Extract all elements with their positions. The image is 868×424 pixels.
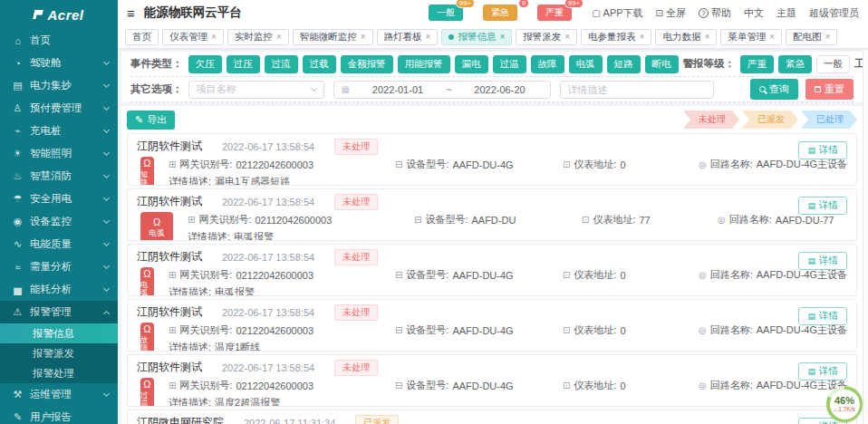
sidebar-item-power-quality[interactable]: ∿电能质量 [0,233,118,255]
close-tab-icon[interactable]: × [276,33,282,42]
gateway-icon: ⊞ [169,325,176,335]
status-badge: 未处理 [334,194,378,210]
close-tab-icon[interactable]: × [499,33,505,42]
sidebar-item-alarm-info[interactable]: 报警信息 [0,323,118,343]
sidebar-item-ops-management[interactable]: ⚒运维管理 [0,383,118,406]
collapse-menu-icon[interactable]: ≡ [127,6,135,20]
sidebar-item-label: 报警管理 [30,305,72,319]
sidebar-item-cockpit[interactable]: ◔驾驶舱 [0,52,118,74]
filter-panel: 事件类型： 欠压 过压 过流 过载 金额报警 用能报警 漏电 过温 故障 电弧 … [121,52,863,102]
event-type-short-circuit[interactable]: 短路 [607,55,641,73]
reset-button-label: 重置 [825,82,844,96]
event-type-undervoltage[interactable]: 欠压 [188,55,222,73]
sidebar-item-alarm-management[interactable]: ⚠报警管理 [0,301,118,323]
tab-distribution-diagram[interactable]: 配电图× [786,29,837,45]
close-tab-icon[interactable]: × [825,33,831,42]
event-type-overtemp[interactable]: 过温 [493,55,526,73]
close-tab-icon[interactable]: × [769,33,775,42]
reset-button[interactable]: 重置 [805,79,854,100]
project-name-select[interactable]: 项目名称 [188,81,324,99]
level-severe[interactable]: 严重 [740,55,774,73]
network-speed-widget[interactable]: 46% ↓ 1.7K/s [826,386,863,422]
sidebar-item-fire-safety[interactable]: ♨智慧消防 [0,165,118,188]
chevron-down-icon [103,285,110,292]
legend-pending[interactable]: 未处理 [683,111,739,129]
event-type-overvoltage[interactable]: 过压 [227,55,260,73]
sidebar-item-alarm-handle[interactable]: 报警处理 [0,363,118,383]
app-download-link[interactable]: ▢APP下载 [592,6,642,20]
tab-power-report[interactable]: 电参量报表× [581,29,651,45]
scrollbar[interactable] [863,50,868,424]
detail-button[interactable]: ▤详情 [798,252,847,270]
tab-home[interactable]: 首页 [125,29,159,45]
close-tab-icon[interactable]: × [426,33,431,42]
sidebar-item-energy-analysis[interactable]: ▅能耗分析 [0,278,118,301]
sidebar-item-demand-analysis[interactable]: ≈需量分析 [0,255,118,278]
close-tab-icon[interactable]: × [704,33,709,42]
close-tab-icon[interactable]: × [640,33,645,42]
event-type-energy-alarm[interactable]: 用能报警 [398,55,450,73]
event-type-arc[interactable]: 电弧 [569,55,603,73]
close-tab-icon[interactable]: × [361,33,366,42]
close-tab-icon[interactable]: × [564,33,570,42]
date-range-picker[interactable]: ▦ 2022-01-01 ~ 2022-06-20 [333,81,551,99]
help-link[interactable]: ?帮助 [699,6,731,20]
event-type-leakage[interactable]: 漏电 [455,55,488,73]
sidebar-item-label: 能耗分析 [30,283,72,296]
detail-button-label: 详情 [819,365,838,378]
tab-streetlamp-board[interactable]: 路灯看板× [377,29,439,45]
device-model-icon: ⊟ [414,215,421,225]
chevron-down-icon [103,390,110,397]
meter-address-icon: ⊡ [563,270,570,280]
tab-smart-breaker-monitor[interactable]: 智能微断监控× [293,29,373,45]
legend-dispatched[interactable]: 已派发 [742,111,798,129]
sidebar-item-prepaid[interactable]: ♙预付费管理 [0,97,118,120]
alarm-card-list: 江阴软件测试 2022-06-17 13:58:54 未处理 ▤详情 Ω短路 ⊞… [127,133,857,424]
tab-meter-management[interactable]: 仪表管理× [162,29,224,45]
sidebar-item-charging-pile[interactable]: ⌁充电桩 [0,120,118,142]
event-type-overcurrent[interactable]: 过流 [265,55,298,73]
close-tab-icon[interactable]: × [211,33,217,42]
tab-power-data[interactable]: 电力数据× [655,29,717,45]
tab-menu-management[interactable]: 菜单管理× [720,29,782,45]
level-urgent[interactable]: 紧急 [778,55,812,73]
device-model-label: 设备型号: [406,379,448,392]
tab-realtime-monitor[interactable]: 实时监控× [227,29,289,45]
event-type-overload[interactable]: 过载 [303,55,336,73]
meter-address-label: 仪表地址: [593,213,635,226]
date-start-value[interactable]: 2022-01-01 [355,84,440,95]
sidebar-item-user-report[interactable]: ✎用户报告 [0,406,118,424]
level-normal[interactable]: 一般 [816,55,850,73]
detail-button[interactable]: ▤详情 [798,362,847,381]
tab-alarm-info[interactable]: 报警信息× [441,29,512,45]
event-type-amount-alarm[interactable]: 金额报警 [341,55,393,73]
search-button[interactable]: 查询 [750,79,798,100]
theme-switch[interactable]: 主题 [776,6,796,20]
sidebar-item-device-monitor[interactable]: ◉设备监控 [0,210,118,233]
sidebar-item-electrical-safety[interactable]: ☂安全用电 [0,188,118,210]
export-button[interactable]: ✎导出 [127,111,175,130]
tab-alarm-dispatch[interactable]: 报警派发× [516,29,577,45]
user-menu[interactable]: 超级管理员 [809,6,859,20]
detail-button[interactable]: ▤详情 [798,307,847,325]
sidebar-item-home[interactable]: ⌂首页 [0,29,118,52]
legend-handled[interactable]: 已处理 [801,111,857,129]
alarm-pill-normal[interactable]: 一般99+ [429,5,463,21]
sidebar-item-lighting[interactable]: ☀智能照明 [0,142,118,165]
detail-button[interactable]: ▤详情 [798,197,847,215]
fullscreen-link[interactable]: ⊡全屏 [656,6,686,20]
device-model-label: 设备型号: [406,323,448,337]
alarm-pill-urgent[interactable]: 紧急9 [483,5,517,21]
alarm-time: 2022-06-17 13:58:54 [222,141,314,152]
sidebar-item-meter-reading[interactable]: ▤电力集抄 [0,74,118,97]
event-type-power-off[interactable]: 断电 [645,55,679,73]
tab-label: 报警派发 [523,31,561,43]
alarm-card: 江阴软件测试 2022-06-17 13:58:54 未处理 ▤详情 Ω故障 ⊞… [127,299,857,352]
event-type-fault[interactable]: 故障 [531,55,564,73]
date-end-value[interactable]: 2022-06-20 [457,84,542,95]
sidebar-item-alarm-dispatch[interactable]: 报警派发 [0,343,118,363]
description-input[interactable] [560,81,714,99]
detail-button[interactable]: ▤详情 [798,141,847,159]
alarm-pill-severe[interactable]: 严重99+ [537,5,572,21]
language-switch[interactable]: 中文 [744,6,764,20]
